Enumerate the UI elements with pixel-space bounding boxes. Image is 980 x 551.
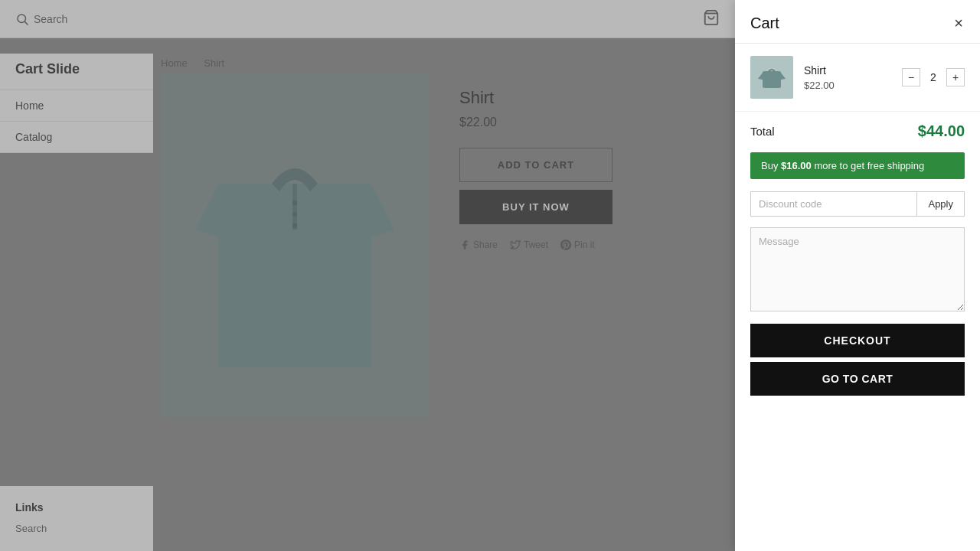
message-textarea[interactable]	[750, 227, 965, 311]
footer-link-search[interactable]: Search	[15, 521, 138, 536]
svg-line-1	[24, 21, 28, 24]
quantity-value: 2	[928, 71, 939, 83]
tweet-label: Tweet	[524, 240, 548, 250]
cart-item-name: Shirt	[804, 64, 891, 77]
cart-icon-button[interactable]	[703, 9, 720, 29]
add-to-cart-button[interactable]: ADD TO CART	[459, 148, 612, 182]
footer-title: Links	[15, 501, 138, 514]
sidebar-nav: Home Catalog	[0, 90, 153, 153]
svg-rect-10	[763, 71, 781, 88]
svg-marker-11	[758, 73, 763, 80]
share-pinterest[interactable]: Pin it	[560, 240, 595, 250]
product-image-container	[161, 73, 429, 417]
breadcrumb-home[interactable]: Home	[161, 57, 188, 69]
cart-close-button[interactable]: ×	[952, 14, 965, 32]
product-image	[180, 92, 410, 398]
free-shipping-amount: $16.00	[781, 160, 812, 171]
main-page: Search Cart Slide Home Catalog Home › Sh…	[0, 0, 735, 551]
cart-item-info: Shirt $22.00	[804, 64, 891, 91]
sidebar-item-home[interactable]: Home	[0, 90, 153, 122]
free-shipping-text-suffix: more to get free shipping	[812, 160, 924, 171]
footer: Links Search	[0, 486, 153, 551]
cart-item-quantity: − 2 +	[902, 68, 965, 86]
breadcrumb-separator: ›	[194, 57, 197, 69]
header: Search	[0, 0, 735, 38]
quantity-decrease-button[interactable]: −	[902, 68, 920, 86]
product-title: Shirt	[459, 88, 612, 108]
cart-item-image	[756, 62, 787, 93]
product-price: $22.00	[459, 116, 612, 129]
svg-marker-12	[781, 73, 786, 80]
svg-marker-4	[195, 184, 218, 237]
svg-point-0	[18, 15, 26, 23]
pinterest-icon	[560, 240, 571, 250]
checkout-button[interactable]: CHECKOUT	[750, 324, 965, 357]
search-container[interactable]: Search	[15, 12, 67, 26]
svg-point-7	[292, 201, 297, 205]
free-shipping-text-prefix: Buy	[761, 160, 781, 171]
svg-point-9	[292, 223, 297, 228]
cart-header: Cart ×	[735, 0, 980, 44]
product-details: Shirt $22.00 ADD TO CART BUY IT NOW Shar…	[459, 73, 612, 250]
share-label: Share	[473, 240, 498, 250]
sidebar-item-catalog[interactable]: Catalog	[0, 122, 153, 153]
quantity-increase-button[interactable]: +	[946, 68, 965, 86]
search-label: Search	[34, 13, 67, 25]
cart-total-row: Total $44.00	[735, 112, 980, 148]
go-to-cart-button[interactable]: GO TO CART	[750, 362, 965, 396]
cart-title: Cart	[750, 15, 779, 32]
discount-row: Apply	[750, 191, 965, 217]
cart-total-value: $44.00	[918, 122, 965, 140]
share-twitter[interactable]: Tweet	[510, 240, 548, 250]
twitter-icon	[510, 240, 521, 250]
cart-item: Shirt $22.00 − 2 +	[735, 44, 980, 112]
apply-discount-button[interactable]: Apply	[916, 191, 965, 217]
free-shipping-banner: Buy $16.00 more to get free shipping	[750, 152, 965, 179]
breadcrumb-current: Shirt	[204, 57, 224, 69]
cart-item-thumbnail	[750, 56, 793, 99]
share-facebook[interactable]: Share	[459, 240, 498, 250]
svg-rect-6	[292, 184, 297, 230]
search-icon	[15, 12, 29, 26]
cart-icon	[703, 9, 720, 26]
facebook-icon	[459, 240, 470, 250]
buy-now-button[interactable]: BUY IT NOW	[459, 190, 612, 224]
cart-panel: Cart × Shirt $22.00 − 2 + Total $44.00 B…	[735, 0, 980, 551]
cart-item-price: $22.00	[804, 80, 891, 91]
pin-label: Pin it	[574, 240, 595, 250]
svg-marker-5	[371, 184, 394, 237]
product-area: Shirt $22.00 ADD TO CART BUY IT NOW Shar…	[161, 73, 612, 417]
svg-point-8	[292, 212, 297, 217]
sidebar-title: Cart Slide	[0, 54, 153, 90]
sidebar: Cart Slide Home Catalog	[0, 38, 153, 168]
cart-total-label: Total	[750, 125, 775, 138]
discount-code-input[interactable]	[750, 191, 916, 217]
social-share: Share Tweet Pin it	[459, 240, 612, 250]
